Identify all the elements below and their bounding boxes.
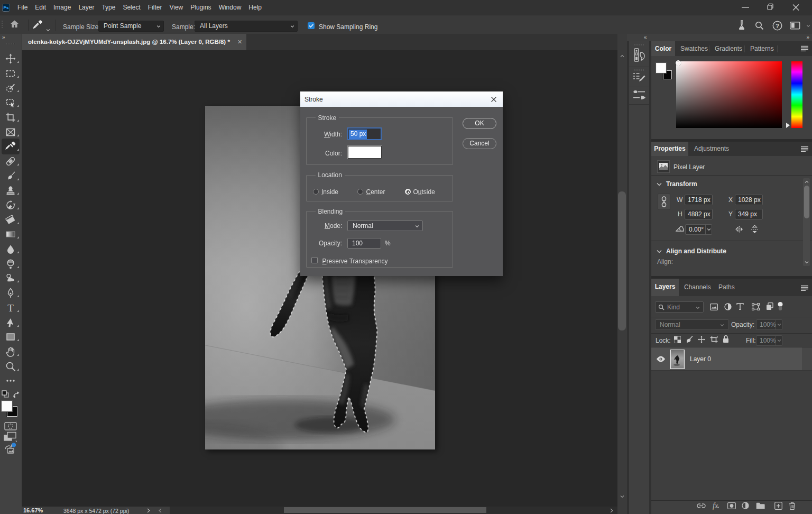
svg-text:?: ? — [776, 23, 779, 29]
svg-text:fx: fx — [713, 502, 718, 510]
